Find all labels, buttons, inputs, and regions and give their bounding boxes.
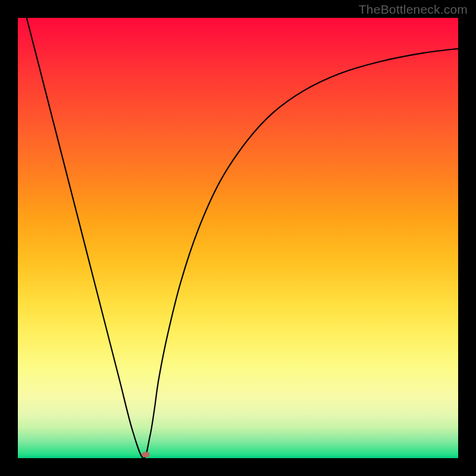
curve-path	[27, 18, 458, 458]
bottleneck-curve	[18, 18, 458, 458]
minimum-marker	[142, 452, 149, 458]
watermark-text: TheBottleneck.com	[359, 2, 468, 17]
plot-area	[18, 18, 458, 458]
chart-frame: TheBottleneck.com	[0, 0, 476, 476]
